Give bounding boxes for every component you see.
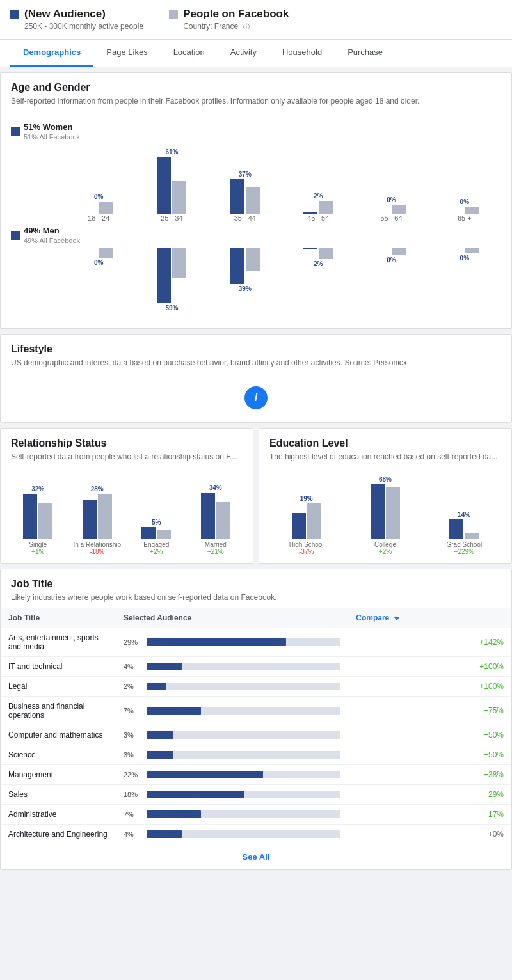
lifestyle-section: Lifestyle US demographic and interest da…: [0, 334, 512, 423]
job-bar-cell: 18%: [116, 785, 348, 805]
job-title-desc: Likely industries where people work base…: [11, 592, 501, 603]
audience-info: (New Audience) 250K - 300K monthly activ…: [24, 8, 143, 31]
table-row: Administrative 7% +17%: [1, 805, 511, 825]
job-compare: +0%: [348, 825, 511, 844]
age-col-25-34-men: 59%: [135, 248, 208, 312]
table-row: Science 3% +50%: [1, 745, 511, 765]
lifestyle-desc: US demographic and interest data based o…: [11, 358, 501, 368]
age-col-35-44-women: 37%: [209, 171, 282, 214]
bar-relationship: 28%: [68, 486, 127, 539]
job-bar-cell: 22%: [116, 765, 348, 785]
table-row: Arts, entertainment, sports and media 29…: [1, 628, 511, 657]
tab-demographics[interactable]: Demographics: [10, 40, 93, 67]
facebook-info: People on Facebook Country: France ⓘ: [183, 8, 289, 31]
age-gender-chart: 51% Women 51% All Facebook 0% 61%: [1, 112, 511, 328]
age-col-55-64-women: 0%: [355, 196, 428, 214]
lifestyle-header: Lifestyle US demographic and interest da…: [1, 335, 511, 374]
women-bar-facebook-65: [465, 207, 479, 214]
tab-page-likes[interactable]: Page Likes: [93, 40, 160, 67]
women-bars: 0% 61% 37%: [11, 144, 501, 214]
job-compare: +100%: [348, 677, 511, 697]
women-bar-facebook-45: [319, 201, 333, 214]
bar-background: [147, 683, 340, 690]
job-bar-cell: 3%: [116, 725, 348, 745]
facebook-legend-box: [169, 10, 178, 19]
country-info-icon[interactable]: ⓘ: [243, 23, 250, 30]
compare-chevron-icon: [394, 617, 399, 620]
facebook-legend: People on Facebook Country: France ⓘ: [169, 8, 289, 31]
tab-activity[interactable]: Activity: [218, 40, 269, 67]
job-compare: +100%: [348, 657, 511, 677]
men-bar-audience-65: [450, 248, 464, 248]
bar-gradschool: 14%: [425, 511, 504, 539]
col-compare[interactable]: Compare: [348, 608, 511, 628]
relationship-section: Relationship Status Self-reported data f…: [0, 428, 253, 564]
men-bar-audience-18: [84, 248, 98, 248]
age-col-18-24-women: 0%: [62, 193, 135, 214]
relationship-desc: Self-reported data from people who list …: [11, 452, 243, 462]
tab-household[interactable]: Household: [269, 40, 335, 67]
table-row: IT and technical 4% +100%: [1, 657, 511, 677]
lifestyle-info-area: i: [1, 374, 511, 422]
men-bar-facebook-25: [172, 248, 186, 278]
men-bar-facebook-65: [465, 248, 479, 253]
audience-legend: (New Audience) 250K - 300K monthly activ…: [10, 8, 143, 31]
lifestyle-title: Lifestyle: [11, 344, 501, 355]
age-col-55-64-men: 0%: [355, 248, 428, 264]
bar-single: 32%: [8, 486, 68, 539]
bar-foreground: [147, 791, 244, 798]
relationship-bars: 32% 28% 5%: [8, 475, 245, 539]
table-row: Architecture and Engineering 4% +0%: [1, 825, 511, 844]
women-bar-facebook-25: [172, 181, 186, 214]
job-bar-cell: 7%: [116, 805, 348, 825]
job-bar-cell: 4%: [116, 825, 348, 844]
women-bar-facebook-18: [99, 202, 113, 214]
men-bar-facebook-35: [246, 248, 260, 271]
bar-engaged: 5%: [127, 519, 186, 539]
women-bar-facebook-55: [392, 205, 406, 214]
job-label: Science: [1, 745, 116, 765]
job-table-header-row: Job Title Selected Audience Compare: [1, 608, 511, 628]
lifestyle-info-icon[interactable]: i: [244, 386, 268, 409]
facebook-name: People on Facebook: [183, 8, 289, 20]
men-bar-facebook-55: [392, 248, 406, 255]
bar-foreground: [147, 830, 182, 838]
job-compare: +29%: [348, 785, 511, 805]
job-label: Arts, entertainment, sports and media: [1, 628, 116, 657]
men-bar-audience-35: [230, 248, 244, 284]
bar-foreground: [147, 771, 263, 778]
education-header: Education Level The highest level of edu…: [259, 429, 511, 468]
women-label: 51% Women: [24, 122, 72, 132]
education-desc: The highest level of education reached b…: [269, 452, 501, 462]
bar-background: [147, 751, 340, 759]
tab-purchase[interactable]: Purchase: [335, 40, 396, 67]
men-bar-facebook-45: [319, 248, 333, 259]
education-chart: 19% 68% 14%: [259, 467, 511, 563]
tab-location[interactable]: Location: [161, 40, 218, 67]
see-all-button[interactable]: See All: [1, 844, 511, 869]
audience-legend-box: [10, 10, 19, 19]
women-bar-audience-35: [230, 179, 244, 214]
bar-background: [147, 731, 340, 739]
col-selected-audience: Selected Audience: [116, 608, 348, 628]
education-bars: 19% 68% 14%: [267, 475, 504, 539]
job-label: Legal: [1, 677, 116, 697]
job-bar-cell: 29%: [116, 628, 348, 657]
bar-foreground: [147, 751, 173, 759]
men-bar-facebook-18: [99, 248, 113, 258]
education-labels: High School -37% College +2% Grad School…: [267, 541, 504, 555]
table-row: Management 22% +38%: [1, 765, 511, 785]
job-bar-cell: 3%: [116, 745, 348, 765]
men-label: 49% Men: [24, 226, 60, 235]
bar-foreground: [147, 663, 182, 670]
bar-foreground: [147, 731, 173, 739]
job-table: Job Title Selected Audience Compare Arts…: [1, 608, 511, 844]
age-gender-header: Age and Gender Self-reported information…: [1, 73, 511, 112]
men-bar-audience-55: [376, 248, 390, 248]
relationship-education-row: Relationship Status Self-reported data f…: [0, 428, 512, 564]
women-bar-audience-25: [157, 157, 171, 214]
job-title-section: Job Title Likely industries where people…: [0, 569, 512, 870]
relationship-chart: 32% 28% 5%: [1, 467, 253, 563]
women-sublabel: 51% All Facebook: [24, 133, 80, 141]
bar-foreground: [147, 810, 201, 818]
